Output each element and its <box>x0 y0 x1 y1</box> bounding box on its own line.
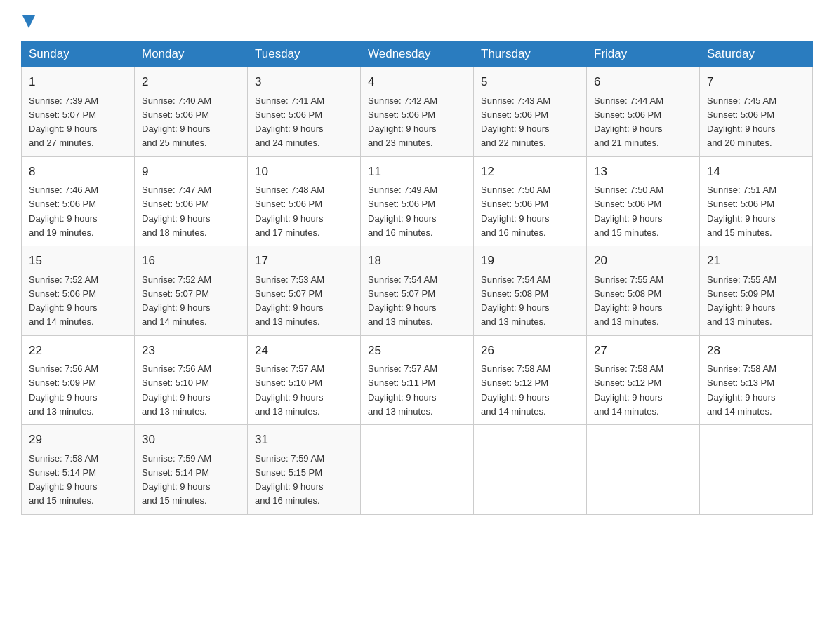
day-number: 27 <box>594 342 692 360</box>
day-info: Sunrise: 7:51 AMSunset: 5:06 PMDaylight:… <box>707 185 776 238</box>
day-info: Sunrise: 7:58 AMSunset: 5:12 PMDaylight:… <box>594 363 663 417</box>
day-info: Sunrise: 7:58 AMSunset: 5:13 PMDaylight:… <box>707 363 776 417</box>
day-info: Sunrise: 7:46 AMSunset: 5:06 PMDaylight:… <box>29 185 98 238</box>
header-monday: Monday <box>135 41 248 67</box>
day-number: 13 <box>594 163 692 181</box>
day-number: 21 <box>707 252 805 270</box>
calendar-cell: 15 Sunrise: 7:52 AMSunset: 5:06 PMDaylig… <box>22 246 135 336</box>
day-info: Sunrise: 7:50 AMSunset: 5:06 PMDaylight:… <box>481 185 550 238</box>
day-number: 16 <box>142 252 240 270</box>
day-number: 7 <box>707 73 805 91</box>
day-info: Sunrise: 7:55 AMSunset: 5:08 PMDaylight:… <box>594 274 663 328</box>
calendar-cell <box>474 425 587 515</box>
day-info: Sunrise: 7:54 AMSunset: 5:08 PMDaylight:… <box>481 274 550 328</box>
calendar-cell: 25 Sunrise: 7:57 AMSunset: 5:11 PMDaylig… <box>361 335 474 425</box>
day-number: 23 <box>142 342 240 360</box>
day-number: 28 <box>707 342 805 360</box>
day-info: Sunrise: 7:45 AMSunset: 5:06 PMDaylight:… <box>707 95 776 149</box>
calendar-table: Sunday Monday Tuesday Wednesday Thursday… <box>21 41 813 515</box>
calendar-cell: 11 Sunrise: 7:49 AMSunset: 5:06 PMDaylig… <box>361 156 474 246</box>
day-number: 26 <box>481 342 579 360</box>
day-info: Sunrise: 7:57 AMSunset: 5:10 PMDaylight:… <box>255 363 324 417</box>
day-info: Sunrise: 7:59 AMSunset: 5:15 PMDaylight:… <box>255 453 324 507</box>
calendar-cell: 14 Sunrise: 7:51 AMSunset: 5:06 PMDaylig… <box>700 156 813 246</box>
calendar-cell <box>361 425 474 515</box>
calendar-cell: 9 Sunrise: 7:47 AMSunset: 5:06 PMDayligh… <box>135 156 248 246</box>
day-number: 18 <box>368 252 466 270</box>
calendar-body: 1 Sunrise: 7:39 AMSunset: 5:07 PMDayligh… <box>22 67 813 515</box>
calendar-cell: 28 Sunrise: 7:58 AMSunset: 5:13 PMDaylig… <box>700 335 813 425</box>
calendar-cell: 23 Sunrise: 7:56 AMSunset: 5:10 PMDaylig… <box>135 335 248 425</box>
calendar-cell: 5 Sunrise: 7:43 AMSunset: 5:06 PMDayligh… <box>474 67 587 157</box>
logo <box>21 14 35 29</box>
calendar-header-row: Sunday Monday Tuesday Wednesday Thursday… <box>22 41 813 67</box>
day-info: Sunrise: 7:56 AMSunset: 5:09 PMDaylight:… <box>29 363 98 417</box>
day-info: Sunrise: 7:52 AMSunset: 5:07 PMDaylight:… <box>142 274 211 328</box>
calendar-cell: 19 Sunrise: 7:54 AMSunset: 5:08 PMDaylig… <box>474 246 587 336</box>
day-info: Sunrise: 7:42 AMSunset: 5:06 PMDaylight:… <box>368 95 437 149</box>
day-info: Sunrise: 7:44 AMSunset: 5:06 PMDaylight:… <box>594 95 663 149</box>
day-info: Sunrise: 7:54 AMSunset: 5:07 PMDaylight:… <box>368 274 437 328</box>
day-number: 3 <box>255 73 353 91</box>
calendar-cell: 22 Sunrise: 7:56 AMSunset: 5:09 PMDaylig… <box>22 335 135 425</box>
calendar-cell: 10 Sunrise: 7:48 AMSunset: 5:06 PMDaylig… <box>248 156 361 246</box>
day-info: Sunrise: 7:58 AMSunset: 5:12 PMDaylight:… <box>481 363 550 417</box>
calendar-week-row: 1 Sunrise: 7:39 AMSunset: 5:07 PMDayligh… <box>22 67 813 157</box>
day-info: Sunrise: 7:56 AMSunset: 5:10 PMDaylight:… <box>142 363 211 417</box>
day-number: 4 <box>368 73 466 91</box>
day-info: Sunrise: 7:48 AMSunset: 5:06 PMDaylight:… <box>255 185 324 238</box>
calendar-cell: 31 Sunrise: 7:59 AMSunset: 5:15 PMDaylig… <box>248 425 361 515</box>
header-sunday: Sunday <box>22 41 135 67</box>
day-number: 11 <box>368 163 466 181</box>
day-info: Sunrise: 7:39 AMSunset: 5:07 PMDaylight:… <box>29 95 98 149</box>
day-info: Sunrise: 7:40 AMSunset: 5:06 PMDaylight:… <box>142 95 211 149</box>
header-thursday: Thursday <box>474 41 587 67</box>
calendar-cell: 27 Sunrise: 7:58 AMSunset: 5:12 PMDaylig… <box>587 335 700 425</box>
header-saturday: Saturday <box>700 41 813 67</box>
day-number: 8 <box>29 163 127 181</box>
day-number: 22 <box>29 342 127 360</box>
calendar-cell: 20 Sunrise: 7:55 AMSunset: 5:08 PMDaylig… <box>587 246 700 336</box>
day-number: 20 <box>594 252 692 270</box>
day-info: Sunrise: 7:49 AMSunset: 5:06 PMDaylight:… <box>368 185 437 238</box>
day-number: 10 <box>255 163 353 181</box>
header-friday: Friday <box>587 41 700 67</box>
calendar-cell <box>700 425 813 515</box>
calendar-cell: 3 Sunrise: 7:41 AMSunset: 5:06 PMDayligh… <box>248 67 361 157</box>
day-number: 19 <box>481 252 579 270</box>
header-tuesday: Tuesday <box>248 41 361 67</box>
calendar-cell <box>587 425 700 515</box>
day-info: Sunrise: 7:52 AMSunset: 5:06 PMDaylight:… <box>29 274 98 328</box>
day-info: Sunrise: 7:53 AMSunset: 5:07 PMDaylight:… <box>255 274 324 328</box>
day-info: Sunrise: 7:58 AMSunset: 5:14 PMDaylight:… <box>29 453 98 507</box>
day-number: 15 <box>29 252 127 270</box>
day-number: 17 <box>255 252 353 270</box>
calendar-week-row: 15 Sunrise: 7:52 AMSunset: 5:06 PMDaylig… <box>22 246 813 336</box>
calendar-cell: 18 Sunrise: 7:54 AMSunset: 5:07 PMDaylig… <box>361 246 474 336</box>
calendar-week-row: 29 Sunrise: 7:58 AMSunset: 5:14 PMDaylig… <box>22 425 813 515</box>
day-info: Sunrise: 7:59 AMSunset: 5:14 PMDaylight:… <box>142 453 211 507</box>
day-number: 9 <box>142 163 240 181</box>
calendar-week-row: 22 Sunrise: 7:56 AMSunset: 5:09 PMDaylig… <box>22 335 813 425</box>
calendar-cell: 4 Sunrise: 7:42 AMSunset: 5:06 PMDayligh… <box>361 67 474 157</box>
day-number: 2 <box>142 73 240 91</box>
calendar-cell: 1 Sunrise: 7:39 AMSunset: 5:07 PMDayligh… <box>22 67 135 157</box>
page-header <box>21 14 813 29</box>
logo-triangle-icon <box>22 15 35 31</box>
day-number: 1 <box>29 73 127 91</box>
calendar-cell: 24 Sunrise: 7:57 AMSunset: 5:10 PMDaylig… <box>248 335 361 425</box>
day-number: 30 <box>142 431 240 449</box>
calendar-cell: 12 Sunrise: 7:50 AMSunset: 5:06 PMDaylig… <box>474 156 587 246</box>
day-number: 6 <box>594 73 692 91</box>
day-number: 29 <box>29 431 127 449</box>
day-info: Sunrise: 7:50 AMSunset: 5:06 PMDaylight:… <box>594 185 663 238</box>
calendar-cell: 13 Sunrise: 7:50 AMSunset: 5:06 PMDaylig… <box>587 156 700 246</box>
day-info: Sunrise: 7:43 AMSunset: 5:06 PMDaylight:… <box>481 95 550 149</box>
calendar-week-row: 8 Sunrise: 7:46 AMSunset: 5:06 PMDayligh… <box>22 156 813 246</box>
calendar-cell: 30 Sunrise: 7:59 AMSunset: 5:14 PMDaylig… <box>135 425 248 515</box>
day-number: 5 <box>481 73 579 91</box>
calendar-cell: 21 Sunrise: 7:55 AMSunset: 5:09 PMDaylig… <box>700 246 813 336</box>
calendar-cell: 17 Sunrise: 7:53 AMSunset: 5:07 PMDaylig… <box>248 246 361 336</box>
day-number: 12 <box>481 163 579 181</box>
day-info: Sunrise: 7:55 AMSunset: 5:09 PMDaylight:… <box>707 274 776 328</box>
